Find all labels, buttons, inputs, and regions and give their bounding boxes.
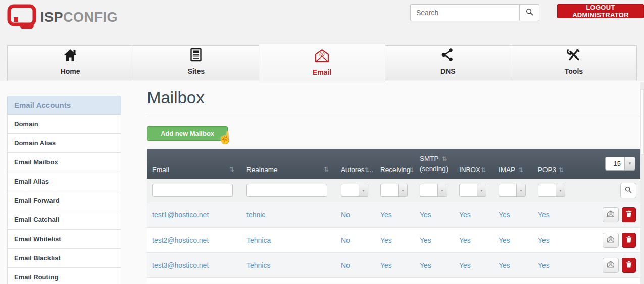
cell-imap[interactable]: Yes bbox=[493, 211, 533, 219]
column-header-smtp-sub-label: (sending) bbox=[420, 164, 454, 174]
filter-realname-input[interactable] bbox=[246, 184, 327, 197]
webmail-envelope-icon: @ bbox=[607, 210, 615, 219]
filter-search-button[interactable] bbox=[620, 183, 636, 198]
cell-realname[interactable]: Tehnica bbox=[241, 236, 336, 244]
filter-email-input[interactable] bbox=[152, 184, 233, 197]
sidebar-item-domain-alias[interactable]: Domain Alias bbox=[7, 134, 121, 153]
filter-inbox-select[interactable]: ▼ bbox=[459, 184, 486, 197]
table-row: test3@hostico.net Tehnics No Yes Yes Yes… bbox=[147, 253, 640, 278]
cell-receiving[interactable]: Yes bbox=[375, 236, 415, 244]
chevron-down-icon: ▼ bbox=[477, 184, 486, 196]
tab-tools[interactable]: Tools bbox=[511, 45, 637, 80]
cell-email[interactable]: test2@hostico.net bbox=[147, 236, 241, 244]
sidebar-item-email-whitelist[interactable]: Email Whitelist bbox=[7, 230, 121, 249]
column-header-realname: Realname ⇅ bbox=[241, 166, 336, 179]
global-search bbox=[410, 4, 539, 21]
chevron-down-icon: ▼ bbox=[556, 184, 565, 196]
vertical-scrollbar[interactable] bbox=[640, 82, 644, 284]
sort-icon-imap[interactable]: ⇅ bbox=[518, 166, 523, 174]
column-header-autoresponder-ellipsis: .. bbox=[370, 166, 374, 174]
ispconfig-logo: ISPCONFIG bbox=[7, 4, 118, 31]
cell-pop3[interactable]: Yes bbox=[533, 236, 572, 244]
trash-icon bbox=[626, 210, 632, 219]
sort-icon-receiving[interactable]: ⇅ bbox=[409, 166, 414, 174]
cell-autoresponder[interactable]: No bbox=[336, 261, 375, 269]
table-row-partial bbox=[147, 278, 640, 283]
tab-home[interactable]: Home bbox=[7, 45, 133, 80]
webmail-button[interactable]: @ bbox=[603, 207, 619, 222]
table-filter-row: ▼ ▼ ▼ ▼ ▼ ▼ bbox=[147, 179, 640, 202]
cell-autoresponder[interactable]: No bbox=[336, 236, 375, 244]
cell-smtp[interactable]: Yes bbox=[415, 261, 454, 269]
cell-inbox[interactable]: Yes bbox=[454, 236, 493, 244]
sidebar-item-email-catchall[interactable]: Email Catchall bbox=[7, 210, 121, 230]
filter-receiving-select[interactable]: ▼ bbox=[380, 184, 408, 197]
cell-imap[interactable]: Yes bbox=[493, 236, 533, 244]
sort-icon-autoresponder[interactable]: ⇅ bbox=[365, 166, 370, 174]
webmail-button[interactable]: @ bbox=[603, 233, 619, 248]
sidebar-item-email-forward[interactable]: Email Forward bbox=[7, 191, 121, 210]
table-header-row: Email ⇅ Realname ⇅ Autores⇅.. Receiving⇅… bbox=[147, 149, 640, 179]
webmail-button[interactable]: @ bbox=[603, 258, 619, 273]
page-size-select[interactable]: 15 ▼ bbox=[605, 157, 635, 171]
sort-icon-pop3[interactable]: ⇅ bbox=[559, 166, 564, 174]
tab-email[interactable]: @ Email bbox=[259, 44, 385, 81]
cell-smtp[interactable]: Yes bbox=[415, 236, 454, 244]
column-header-email-label: Email bbox=[152, 166, 169, 174]
sidebar-item-email-alias[interactable]: Email Alias bbox=[7, 172, 121, 191]
column-header-inbox-label: INBOX bbox=[459, 166, 480, 174]
sidebar-item-domain[interactable]: Domain bbox=[7, 115, 121, 134]
cell-pop3[interactable]: Yes bbox=[533, 261, 572, 269]
column-header-imap-label: IMAP bbox=[499, 166, 515, 174]
filter-smtp-select[interactable]: ▼ bbox=[420, 184, 447, 197]
cell-smtp[interactable]: Yes bbox=[415, 211, 454, 219]
email-at-icon: @ bbox=[314, 49, 330, 65]
sidebar-item-email-blacklist[interactable]: Email Blacklist bbox=[7, 249, 121, 268]
cell-realname[interactable]: Tehnics bbox=[241, 261, 336, 269]
sort-icon-email[interactable]: ⇅ bbox=[229, 166, 234, 174]
cell-pop3[interactable]: Yes bbox=[533, 211, 572, 219]
table-row: test1@hostico.net tehnic No Yes Yes Yes … bbox=[147, 202, 640, 228]
logout-button[interactable]: LOGOUT ADMINISTRATOR bbox=[557, 4, 644, 18]
column-header-pop3: POP3⇅ bbox=[533, 166, 572, 179]
magnifier-icon bbox=[526, 8, 533, 17]
chevron-down-icon: ▼ bbox=[624, 157, 635, 170]
cell-imap[interactable]: Yes bbox=[493, 261, 533, 269]
chevron-down-icon: ▼ bbox=[398, 184, 407, 196]
cell-email[interactable]: test1@hostico.net bbox=[147, 211, 241, 219]
cell-inbox[interactable]: Yes bbox=[454, 261, 493, 269]
search-button[interactable] bbox=[519, 4, 539, 21]
cell-realname[interactable]: tehnic bbox=[241, 211, 336, 219]
cell-inbox[interactable]: Yes bbox=[454, 211, 493, 219]
svg-text:@: @ bbox=[609, 237, 612, 240]
logo-text-config: CONFIG bbox=[63, 10, 118, 25]
sidebar-item-email-routing[interactable]: Email Routing bbox=[7, 268, 121, 284]
delete-button[interactable] bbox=[622, 233, 636, 248]
sort-icon-smtp[interactable]: ⇅ bbox=[442, 155, 447, 162]
sites-icon bbox=[190, 48, 202, 64]
delete-button[interactable] bbox=[622, 207, 636, 222]
tab-dns[interactable]: DNS bbox=[385, 45, 511, 80]
tab-sites[interactable]: Sites bbox=[133, 45, 259, 80]
sort-icon-realname[interactable]: ⇅ bbox=[324, 166, 329, 174]
filter-pop3-select[interactable]: ▼ bbox=[538, 184, 565, 197]
delete-button[interactable] bbox=[622, 258, 636, 273]
column-header-smtp-label: SMTP bbox=[420, 155, 438, 162]
column-header-imap: IMAP⇅ bbox=[493, 166, 533, 179]
tab-dns-label: DNS bbox=[440, 67, 456, 75]
cell-autoresponder[interactable]: No bbox=[336, 211, 375, 219]
filter-autoresponder-select[interactable]: ▼ bbox=[341, 184, 368, 197]
sort-icon-inbox[interactable]: ⇅ bbox=[481, 166, 486, 174]
filter-imap-select[interactable]: ▼ bbox=[499, 184, 526, 197]
cell-receiving[interactable]: Yes bbox=[375, 211, 415, 219]
dns-network-icon bbox=[441, 48, 455, 64]
scrollbar-thumb[interactable] bbox=[640, 89, 644, 155]
cell-receiving[interactable]: Yes bbox=[375, 261, 415, 269]
search-input[interactable] bbox=[410, 4, 519, 21]
column-header-receiving: Receiving⇅ bbox=[375, 166, 415, 179]
magnifier-icon bbox=[625, 186, 632, 195]
add-new-mailbox-button[interactable]: Add new Mailbox bbox=[147, 126, 228, 141]
cell-email[interactable]: test3@hostico.net bbox=[147, 261, 241, 269]
row-actions: @ bbox=[572, 207, 640, 222]
sidebar-item-email-mailbox[interactable]: Email Mailbox bbox=[7, 153, 121, 172]
